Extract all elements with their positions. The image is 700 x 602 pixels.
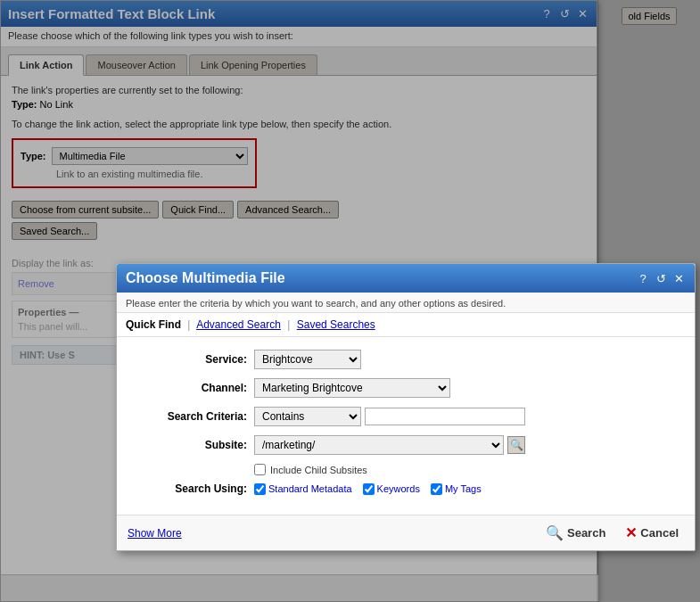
my-tags-checkbox[interactable] [431, 483, 442, 495]
modal-refresh-icon[interactable]: ↺ [654, 271, 668, 285]
saved-searches-nav[interactable]: Saved Searches [297, 318, 375, 331]
advanced-search-nav[interactable]: Advanced Search [196, 318, 281, 331]
include-child-row: Include Child Subsites [254, 464, 680, 475]
subsite-label: Subsite: [131, 439, 247, 451]
channel-controls: Marketing Brightcove [254, 378, 450, 398]
include-child-checkbox[interactable] [254, 464, 266, 475]
show-more-link[interactable]: Show More [128, 527, 182, 540]
search-criteria-select[interactable]: Contains [254, 407, 361, 426]
footer-right: 🔍 Search ✕ Cancel [540, 523, 684, 543]
search-criteria-input[interactable] [365, 408, 525, 425]
search-using-options: Standard Metadata Keywords My Tags [254, 483, 482, 495]
cancel-btn-label: Cancel [640, 526, 679, 540]
modal-title: Choose Multimedia File [126, 270, 285, 286]
channel-label: Channel: [131, 382, 247, 394]
nav-sep-2: | [287, 318, 290, 331]
subsite-browse-icon[interactable]: 🔍 [507, 436, 525, 454]
standard-metadata-option: Standard Metadata [254, 483, 352, 495]
my-tags-option: My Tags [431, 483, 482, 495]
modal-titlebar-icons: ? ↺ ✕ [636, 271, 686, 285]
subsite-controls: /marketing/ 🔍 [254, 435, 525, 455]
keywords-option: Keywords [363, 483, 420, 495]
modal-subtitle: Please enter the criteria by which you w… [117, 293, 695, 313]
cancel-button[interactable]: ✕ Cancel [620, 523, 684, 543]
search-criteria-label: Search Criteria: [131, 410, 247, 423]
keywords-label: Keywords [377, 483, 420, 494]
modal-close-icon[interactable]: ✕ [671, 271, 686, 285]
subsite-row: Subsite: /marketing/ 🔍 [131, 435, 680, 455]
search-using-label: Search Using: [131, 482, 247, 495]
keywords-checkbox[interactable] [363, 483, 375, 495]
service-label: Service: [131, 353, 247, 366]
nav-sep-1: | [187, 318, 190, 331]
search-button[interactable]: 🔍 Search [540, 523, 611, 543]
search-criteria-controls: Contains [254, 407, 525, 426]
standard-metadata-checkbox[interactable] [254, 483, 266, 495]
service-row: Service: Brightcove [131, 350, 680, 369]
subsite-select[interactable]: /marketing/ [254, 435, 504, 455]
my-tags-label: My Tags [445, 483, 482, 494]
search-btn-label: Search [567, 526, 605, 540]
search-criteria-row: Search Criteria: Contains [131, 407, 680, 426]
modal-body: Service: Brightcove Channel: Marketing B… [117, 337, 695, 515]
search-icon: 🔍 [546, 524, 564, 541]
modal-help-icon[interactable]: ? [636, 271, 650, 285]
modal-titlebar: Choose Multimedia File ? ↺ ✕ [117, 264, 695, 293]
choose-multimedia-modal: Choose Multimedia File ? ↺ ✕ Please ente… [116, 263, 696, 551]
include-child-label: Include Child Subsites [270, 465, 367, 475]
search-using-row: Search Using: Standard Metadata Keywords… [131, 482, 680, 495]
quick-find-nav[interactable]: Quick Find [126, 318, 181, 331]
standard-metadata-label: Standard Metadata [268, 483, 352, 494]
cancel-icon: ✕ [625, 524, 637, 541]
channel-select[interactable]: Marketing Brightcove [254, 378, 450, 398]
service-controls: Brightcove [254, 350, 361, 369]
channel-row: Channel: Marketing Brightcove [131, 378, 680, 398]
modal-footer: Show More 🔍 Search ✕ Cancel [117, 515, 695, 550]
service-select[interactable]: Brightcove [254, 350, 361, 369]
modal-nav: Quick Find | Advanced Search | Saved Sea… [117, 313, 695, 337]
